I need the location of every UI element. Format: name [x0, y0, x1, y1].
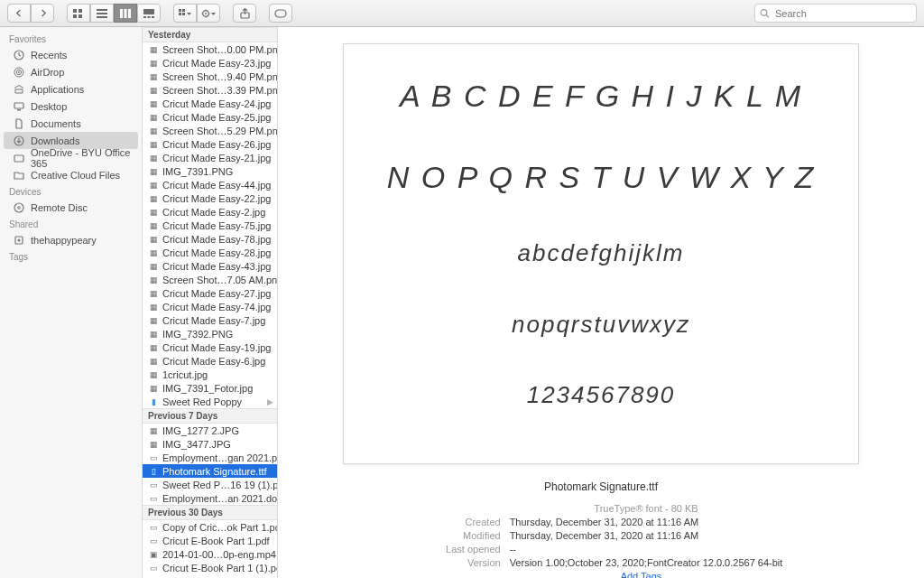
file-name: IMG_7391.PNG: [162, 166, 233, 177]
svg-rect-9: [128, 9, 131, 18]
apps-icon: [13, 84, 25, 95]
sidebar-section-shared: Shared: [0, 216, 142, 231]
sidebar-item-label: Remote Disc: [31, 202, 88, 213]
sidebar-item-label: Creative Cloud Files: [31, 170, 120, 181]
img-icon: ▦: [148, 126, 159, 136]
file-name: Cricut Made Easy-74.jpg: [162, 302, 271, 312]
file-item[interactable]: ▦Cricut Made Easy-74.jpg: [143, 300, 277, 313]
file-item[interactable]: ▦Cricut Made Easy-24.jpg: [143, 97, 277, 110]
sidebar-item-creative-cloud-files[interactable]: Creative Cloud Files: [0, 166, 142, 183]
meta-value: --: [510, 543, 516, 556]
file-item[interactable]: ▭Employment…gan 2021.pdf: [143, 451, 277, 464]
file-item[interactable]: ▦Screen Shot…9.40 PM.png: [143, 70, 277, 83]
gallery-view[interactable]: [137, 4, 161, 23]
file-item[interactable]: ▦Cricut Made Easy-25.jpg: [143, 110, 277, 124]
file-item[interactable]: ▦Cricut Made Easy-44.jpg: [143, 178, 277, 191]
img-icon: ▦: [148, 180, 159, 191]
svg-rect-33: [17, 109, 21, 111]
file-item[interactable]: ▦Screen Shot…7.05 AM.png: [143, 273, 277, 286]
file-item[interactable]: ▦Cricut Made Easy-27.jpg: [143, 286, 277, 300]
file-name: Screen Shot…7.05 AM.png: [162, 275, 277, 285]
file-name: Photomark Signature.ttf: [162, 466, 267, 477]
file-item[interactable]: ▦Cricut Made Easy-7.jpg: [143, 313, 277, 327]
sidebar-item-label: Documents: [31, 118, 81, 129]
file-name: Cricut Made Easy-43.jpg: [162, 261, 271, 272]
preview-upper-1: A B C D E F G H I J K L M: [400, 75, 802, 118]
file-item[interactable]: ≡sip: [143, 574, 277, 578]
meta-label: Created: [420, 516, 501, 529]
file-item[interactable]: ▭Cricut E-Book Part 1.pdf: [143, 534, 277, 547]
file-item[interactable]: ▦IMG_7391_Fotor.jpg: [143, 381, 277, 395]
add-tags-link[interactable]: Add Tags…: [621, 570, 672, 578]
icon-view[interactable]: [67, 4, 90, 23]
file-item[interactable]: ▦1cricut.jpg: [143, 368, 277, 381]
file-item[interactable]: ▦Screen Shot…0.00 PM.png: [143, 42, 277, 56]
svg-rect-3: [79, 14, 82, 18]
file-item[interactable]: ▣2014-01-00…0p-eng.mp4: [143, 547, 277, 561]
forward-button[interactable]: [31, 4, 54, 23]
file-item[interactable]: ▭Employment…an 2021.docx: [143, 491, 277, 505]
arrange-menu[interactable]: [173, 4, 197, 23]
desktop-icon: [13, 101, 25, 112]
svg-point-39: [18, 238, 21, 241]
file-name: Sweet Red P…16 19 (1).pdf: [162, 480, 277, 490]
sidebar-item-onedrive-byu-office-365[interactable]: OneDrive - BYU Office 365: [0, 149, 142, 166]
list-view[interactable]: [90, 4, 114, 23]
img-icon: ▦: [148, 425, 159, 436]
img-icon: ▦: [148, 247, 159, 258]
sidebar-item-desktop[interactable]: Desktop: [0, 98, 142, 115]
file-item[interactable]: ▭Cricut E-Book Part 1 (1).pdf: [143, 561, 277, 574]
sidebar-section-favorites: Favorites: [0, 31, 142, 46]
file-item[interactable]: ▯Photomark Signature.ttf: [143, 464, 277, 478]
img-icon: ▦: [148, 220, 159, 231]
sidebar-item-applications[interactable]: Applications: [0, 80, 142, 98]
sidebar-item-label: AirDrop: [31, 67, 64, 78]
sidebar-item-remote-disc[interactable]: Remote Disc: [0, 199, 142, 216]
file-item[interactable]: ▦Cricut Made Easy-2.jpg: [143, 205, 277, 219]
file-item[interactable]: ▦Cricut Made Easy-26.jpg: [143, 137, 277, 151]
file-item[interactable]: ▮Sweet Red Poppy▶: [143, 395, 277, 408]
file-item[interactable]: ▦Cricut Made Easy-75.jpg: [143, 219, 277, 232]
svg-point-37: [18, 206, 21, 209]
file-item[interactable]: ▦Screen Shot…5.29 PM.png: [143, 124, 277, 137]
file-item[interactable]: ▦Cricut Made Easy-43.jpg: [143, 259, 277, 273]
folder-icon: [13, 170, 25, 181]
server-icon: [13, 235, 25, 246]
file-item[interactable]: ▦IMG_3477.JPG: [143, 437, 277, 451]
column-view[interactable]: [114, 4, 137, 23]
meta-value: Thursday, December 31, 2020 at 11:16 AM: [510, 529, 699, 543]
file-name: Cricut Made Easy-44.jpg: [162, 180, 271, 191]
file-item[interactable]: ▦Cricut Made Easy-19.jpg: [143, 340, 277, 354]
file-item[interactable]: ▦IMG_7391.PNG: [143, 164, 277, 178]
file-name: Screen Shot…5.29 PM.png: [162, 126, 277, 136]
file-item[interactable]: ▦IMG_1277 2.JPG: [143, 424, 277, 437]
file-item[interactable]: ▭Copy of Cric…ok Part 1.pdf: [143, 520, 277, 534]
file-name: Cricut Made Easy-28.jpg: [162, 247, 271, 258]
file-item[interactable]: ▦Cricut Made Easy-28.jpg: [143, 246, 277, 259]
file-item[interactable]: ▦Cricut Made Easy-6.jpg: [143, 354, 277, 368]
sidebar-item-airdrop[interactable]: AirDrop: [0, 63, 142, 80]
file-item[interactable]: ▦Cricut Made Easy-23.jpg: [143, 56, 277, 70]
file-item[interactable]: ▦Cricut Made Easy-78.jpg: [143, 232, 277, 246]
preview-subtitle: TrueType® font - 80 KB: [594, 502, 698, 516]
sidebar-item-recents[interactable]: Recents: [0, 46, 142, 63]
pdf-icon: ▭: [148, 480, 159, 490]
search-input[interactable]: [754, 4, 917, 23]
file-name: Cricut Made Easy-26.jpg: [162, 139, 271, 150]
sidebar-item-documents[interactable]: Documents: [0, 115, 142, 132]
tags-button[interactable]: [269, 4, 292, 23]
img-icon: ▦: [148, 207, 159, 218]
file-item[interactable]: ▦IMG_7392.PNG: [143, 327, 277, 340]
file-item[interactable]: ▦Cricut Made Easy-21.jpg: [143, 151, 277, 164]
share-button[interactable]: [233, 4, 256, 23]
file-item[interactable]: ▦Cricut Made Easy-22.jpg: [143, 191, 277, 205]
file-name: Cricut E-Book Part 1 (1).pdf: [162, 563, 277, 573]
file-name: Employment…an 2021.docx: [162, 493, 277, 504]
file-item[interactable]: ▭Sweet Red P…16 19 (1).pdf: [143, 478, 277, 491]
action-menu[interactable]: [197, 4, 220, 23]
back-button[interactable]: [7, 4, 31, 23]
mov-icon: ▣: [148, 549, 159, 560]
file-item[interactable]: ▦Screen Shot…3.39 PM.png: [143, 83, 277, 97]
img-icon: ▦: [148, 85, 159, 96]
sidebar-item-thehappypeary[interactable]: thehappypeary: [0, 231, 142, 248]
